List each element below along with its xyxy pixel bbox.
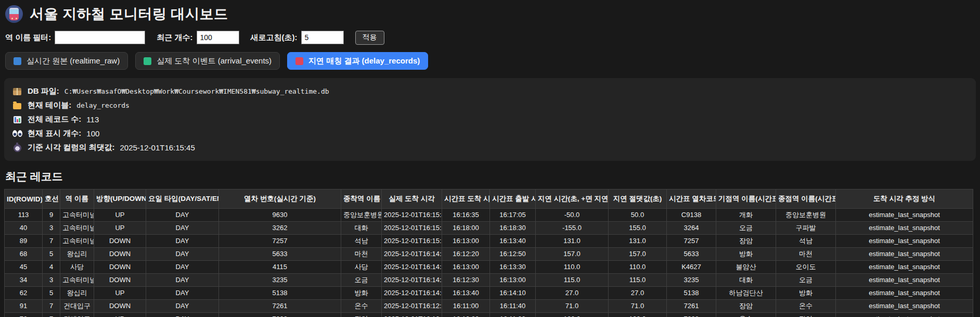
apply-button[interactable]: 적용 [355, 31, 384, 45]
table-cell: 석남 [341, 235, 382, 248]
records-table: ID(ROWID)호선역 이름방향(UP/DOWN)요일 타입(DAY/SAT/… [4, 189, 973, 317]
table-cell: 온수 [776, 300, 836, 313]
table-cell: 하남검단산 [716, 287, 776, 300]
table-cell: 중앙보훈병원 [341, 209, 382, 222]
tab-delay-records[interactable]: 지연 매칭 결과 (delay_records) [287, 52, 428, 70]
station-filter-input[interactable] [55, 31, 145, 44]
green-square-icon [144, 57, 151, 65]
db-file-label: DB 파일: [28, 86, 59, 96]
table-cell: 62 [5, 287, 43, 300]
table-cell: 2025-12-01T16:14:25 [382, 274, 442, 287]
table-cell: estimate_last_snapshot [836, 261, 973, 274]
column-header: 열차 번호(실시간 기준) [219, 189, 341, 209]
table-cell: K4627 [667, 261, 716, 274]
table-cell: 건대입구 [60, 313, 94, 317]
table-cell: 71.0 [609, 300, 667, 313]
table-cell: 40 [5, 222, 43, 235]
table-cell: 구파발 [776, 222, 836, 235]
metro-train-body [9, 8, 19, 20]
column-header: 지연 절댓값(초) [609, 189, 667, 209]
table-cell: DAY [146, 209, 219, 222]
table-cell: estimate_last_snapshot [836, 300, 973, 313]
table-cell: 16:13:30 [490, 261, 536, 274]
table-cell: 건대입구 [60, 300, 94, 313]
table-cell: 45 [5, 261, 43, 274]
column-header: 방향(UP/DOWN) [94, 189, 146, 209]
table-cell: DAY [146, 287, 219, 300]
table-cell: 16:11:00 [442, 300, 490, 313]
table-cell: 7257 [667, 235, 716, 248]
table-row: 897고속터미널DOWNDAY7257석남2025-12-01T16:15:11… [5, 235, 973, 248]
table-cell: 2025-12-01T16:12:11 [382, 300, 442, 313]
current-table-value: delay_records [76, 102, 130, 109]
table-cell: 개화 [716, 209, 776, 222]
table-cell: 4 [43, 261, 60, 274]
metro-train-lights [11, 18, 13, 19]
refresh-interval-label: 새로고침(초): [251, 33, 298, 43]
table-row: 403고속터미널UPDAY3262대화2025-12-01T16:15:2516… [5, 222, 973, 235]
table-cell: 157.0 [609, 248, 667, 261]
db-file-path: C:₩Users₩asafO₩Desktop₩Work₩Coursework₩I… [65, 87, 329, 95]
table-cell: 3 [43, 274, 60, 287]
total-records-label: 전체 레코드 수: [28, 115, 81, 124]
table-cell: 2025-12-01T16:12:00 [382, 313, 442, 317]
column-header: 종착역 이름 [341, 189, 382, 209]
table-header-row: ID(ROWID)호선역 이름방향(UP/DOWN)요일 타입(DAY/SAT/… [5, 189, 973, 209]
table-cell: 2025-12-01T16:15:25 [382, 222, 442, 235]
table-cell: 16:18:00 [442, 222, 490, 235]
refresh-interval-input[interactable] [301, 31, 344, 44]
table-cell: 5633 [667, 248, 716, 261]
recent-count-label: 최근 개수: [157, 33, 192, 43]
tab-label: 실시간 원본 (realtime_raw) [27, 56, 120, 66]
table-cell: 157.0 [536, 248, 609, 261]
table-cell: 89 [5, 235, 43, 248]
table-cell: 155.0 [609, 222, 667, 235]
table-cell: estimate_last_snapshot [836, 248, 973, 261]
info-row-db-file: DB 파일: C:₩Users₩asafO₩Desktop₩Work₩Cours… [12, 84, 968, 98]
table-cell: 7228 [667, 313, 716, 317]
tab-realtime-raw[interactable]: 실시간 원본 (realtime_raw) [5, 52, 128, 70]
table-cell: 34 [5, 274, 43, 287]
table-cell: 대화 [341, 222, 382, 235]
table-cell: 27.0 [609, 287, 667, 300]
latest-timestamp-label: 기준 시각 컬럼의 최댓값: [28, 143, 115, 153]
table-cell: 7261 [667, 300, 716, 313]
column-header: 도착 시각 추정 방식 [836, 189, 973, 209]
table-cell: DAY [146, 274, 219, 287]
column-header: 시간표 열차코드 [667, 189, 716, 209]
tab-label: 실제 도착 이벤트 (arrival_events) [157, 56, 272, 66]
table-cell: 2025-12-01T16:15:11 [382, 235, 442, 248]
table-cell: UP [94, 222, 146, 235]
table-cell: 방화 [341, 287, 382, 300]
column-header: 시간표 도착 시각 [442, 189, 490, 209]
table-cell: 7228 [219, 313, 341, 317]
table-cell: 온수 [341, 300, 382, 313]
table-cell: 왕십리 [60, 287, 94, 300]
tab-arrival-events[interactable]: 실제 도착 이벤트 (arrival_events) [135, 52, 280, 70]
column-header: 실제 도착 시각 [382, 189, 442, 209]
table-cell: 마천 [776, 248, 836, 261]
table-cell: 110.0 [609, 261, 667, 274]
table-cell: 7257 [219, 235, 341, 248]
column-header: 지연 시간(초, +면 지연) [536, 189, 609, 209]
table-cell: 사당 [341, 261, 382, 274]
table-cell: 3235 [667, 274, 716, 287]
info-row-latest-timestamp: 기준 시각 컬럼의 최댓값: 2025-12-01T16:15:45 [12, 141, 968, 155]
table-cell: 3235 [219, 274, 341, 287]
table-cell: UP [94, 287, 146, 300]
stopwatch-icon [14, 144, 21, 152]
table-cell: DOWN [94, 300, 146, 313]
table-cell: -155.0 [536, 222, 609, 235]
column-header: 종점역 이름(시간표) [776, 189, 836, 209]
red-square-icon [295, 57, 303, 65]
table-cell: 장암 [341, 313, 382, 317]
recent-count-input[interactable] [197, 31, 239, 44]
table-cell: 고속터미널 [60, 235, 94, 248]
table-cell: 왕십리 [60, 248, 94, 261]
table-cell: DAY [146, 235, 219, 248]
controls-bar: 역 이름 필터: 최근 개수: 새로고침(초): 적용 [5, 30, 976, 45]
table-row: 767건대입구UPDAY7228장암2025-12-01T16:12:0016:… [5, 313, 973, 317]
table-cell: 3262 [219, 222, 341, 235]
column-header: 시간표 출발 시각 [490, 189, 536, 209]
table-cell: 16:13:00 [490, 274, 536, 287]
